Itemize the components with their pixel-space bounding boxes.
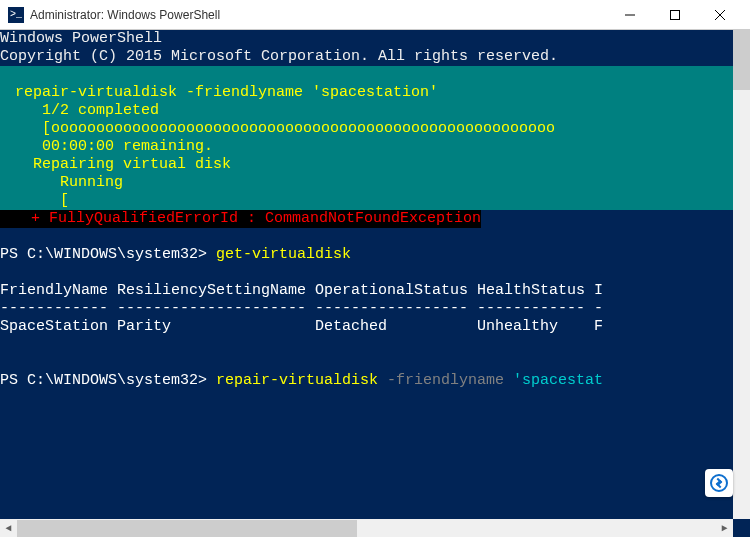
prompt-1-prefix: PS C:\WINDOWS\system32> <box>0 246 216 263</box>
console-output[interactable]: Windows PowerShell Copyright (C) 2015 Mi… <box>0 30 733 519</box>
prompt-2-arg: 'spacestat <box>513 372 603 389</box>
table-divider: ------------ --------------------- -----… <box>0 300 603 317</box>
horizontal-scrollbar-thumb[interactable] <box>17 520 357 537</box>
console-wrapper: Windows PowerShell Copyright (C) 2015 Mi… <box>0 30 750 537</box>
prompt-2-prefix: PS C:\WINDOWS\system32> <box>0 372 216 389</box>
progress-block: repair-virtualdisk -friendlyname 'spaces… <box>0 66 733 210</box>
titlebar: >_ Administrator: Windows PowerShell <box>0 0 750 30</box>
table-row: SpaceStation Parity Detached Unhealthy F <box>0 318 603 335</box>
window-title: Administrator: Windows PowerShell <box>30 8 607 22</box>
progress-remaining: 00:00:00 remaining. <box>6 138 213 155</box>
scroll-right-arrow[interactable]: ► <box>716 520 733 537</box>
maximize-icon <box>670 10 680 20</box>
prompt-2-command: repair-virtualdisk <box>216 372 378 389</box>
vertical-scrollbar-thumb[interactable] <box>733 30 750 90</box>
progress-status: Running <box>6 174 123 191</box>
powershell-icon: >_ <box>8 7 24 23</box>
progress-bracket: [ <box>6 192 69 209</box>
minimize-button[interactable] <box>607 0 652 29</box>
close-button[interactable] <box>697 0 742 29</box>
progress-completed: 1/2 completed <box>6 102 159 119</box>
horizontal-scrollbar-track[interactable] <box>17 520 716 537</box>
table-header: FriendlyName ResiliencySettingName Opera… <box>0 282 603 299</box>
horizontal-scrollbar[interactable]: ◄ ► <box>0 519 733 537</box>
progress-bar: [ooooooooooooooooooooooooooooooooooooooo… <box>6 120 555 137</box>
teamviewer-glyph <box>710 474 728 492</box>
scroll-left-arrow[interactable]: ◄ <box>0 520 17 537</box>
progress-command: repair-virtualdisk -friendlyname 'spaces… <box>6 84 438 101</box>
window-controls <box>607 0 742 29</box>
svg-rect-1 <box>670 10 679 19</box>
minimize-icon <box>625 10 635 20</box>
progress-action: Repairing virtual disk <box>6 156 231 173</box>
teamviewer-icon[interactable] <box>705 469 733 497</box>
ps-header-2: Copyright (C) 2015 Microsoft Corporation… <box>0 48 558 65</box>
close-icon <box>715 10 725 20</box>
maximize-button[interactable] <box>652 0 697 29</box>
vertical-scrollbar[interactable] <box>733 30 750 519</box>
error-line: + FullyQualifiedErrorId : CommandNotFoun… <box>0 210 481 228</box>
prompt-2-param: -friendlyname <box>378 372 513 389</box>
prompt-1-command: get-virtualdisk <box>216 246 351 263</box>
ps-header-1: Windows PowerShell <box>0 30 162 47</box>
